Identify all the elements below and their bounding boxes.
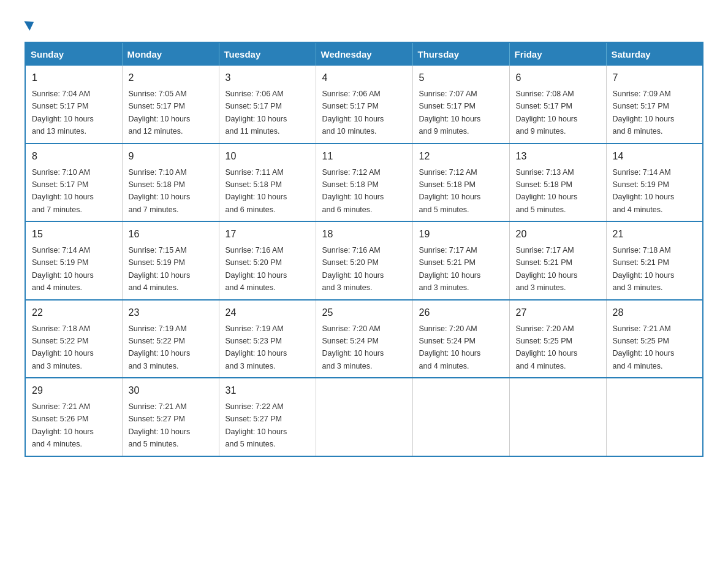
calendar-week-row: 29Sunrise: 7:21 AMSunset: 5:26 PMDayligh… [25,378,703,456]
day-info: Sunrise: 7:16 AMSunset: 5:20 PMDaylight:… [226,246,287,292]
day-number: 3 [226,71,309,85]
day-info: Sunrise: 7:20 AMSunset: 5:24 PMDaylight:… [419,324,481,370]
day-number: 7 [613,71,697,85]
day-of-week-header: Sunday [25,42,122,66]
calendar-day-cell [509,378,606,456]
calendar-day-cell: 29Sunrise: 7:21 AMSunset: 5:26 PMDayligh… [25,378,122,456]
day-info: Sunrise: 7:18 AMSunset: 5:21 PMDaylight:… [613,246,675,292]
day-number: 29 [32,383,116,398]
day-number: 17 [226,227,309,242]
calendar-week-row: 8Sunrise: 7:10 AMSunset: 5:17 PMDaylight… [25,144,703,222]
logo [25,18,34,29]
calendar-day-cell: 23Sunrise: 7:19 AMSunset: 5:22 PMDayligh… [122,300,219,378]
calendar-day-cell: 28Sunrise: 7:21 AMSunset: 5:25 PMDayligh… [606,300,703,378]
calendar-table: SundayMondayTuesdayWednesdayThursdayFrid… [25,42,703,457]
calendar-day-cell: 19Sunrise: 7:17 AMSunset: 5:21 PMDayligh… [412,221,509,300]
day-of-week-header: Wednesday [316,42,412,66]
day-number: 4 [322,71,406,85]
day-number: 15 [32,227,116,242]
day-number: 13 [516,149,600,164]
day-info: Sunrise: 7:08 AMSunset: 5:17 PMDaylight:… [516,90,578,136]
calendar-day-cell: 9Sunrise: 7:10 AMSunset: 5:18 PMDaylight… [122,144,219,222]
calendar-day-cell: 17Sunrise: 7:16 AMSunset: 5:20 PMDayligh… [219,221,316,300]
day-number: 20 [516,227,600,242]
calendar-day-cell: 1Sunrise: 7:04 AMSunset: 5:17 PMDaylight… [25,66,122,144]
day-info: Sunrise: 7:09 AMSunset: 5:17 PMDaylight:… [613,90,675,136]
calendar-day-cell: 13Sunrise: 7:13 AMSunset: 5:18 PMDayligh… [509,144,606,222]
calendar-header: SundayMondayTuesdayWednesdayThursdayFrid… [25,42,703,66]
logo-arrow-icon [24,17,36,31]
day-info: Sunrise: 7:17 AMSunset: 5:21 PMDaylight:… [516,246,578,292]
day-info: Sunrise: 7:20 AMSunset: 5:24 PMDaylight:… [322,324,384,370]
day-number: 10 [226,149,309,164]
calendar-day-cell: 11Sunrise: 7:12 AMSunset: 5:18 PMDayligh… [316,144,412,222]
day-number: 28 [613,305,697,320]
calendar-day-cell: 31Sunrise: 7:22 AMSunset: 5:27 PMDayligh… [219,378,316,456]
calendar-day-cell: 6Sunrise: 7:08 AMSunset: 5:17 PMDaylight… [509,66,606,144]
calendar-day-cell: 27Sunrise: 7:20 AMSunset: 5:25 PMDayligh… [509,300,606,378]
day-info: Sunrise: 7:14 AMSunset: 5:19 PMDaylight:… [613,168,675,214]
day-of-week-header: Monday [122,42,219,66]
day-number: 21 [613,227,697,242]
calendar-week-row: 1Sunrise: 7:04 AMSunset: 5:17 PMDaylight… [25,66,703,144]
day-number: 6 [516,71,600,85]
day-number: 23 [129,305,213,320]
day-number: 11 [322,149,406,164]
day-of-week-header: Saturday [606,42,703,66]
calendar-day-cell: 12Sunrise: 7:12 AMSunset: 5:18 PMDayligh… [412,144,509,222]
day-number: 1 [32,71,116,85]
day-info: Sunrise: 7:06 AMSunset: 5:17 PMDaylight:… [322,90,384,136]
calendar-day-cell: 26Sunrise: 7:20 AMSunset: 5:24 PMDayligh… [412,300,509,378]
day-number: 9 [129,149,213,164]
calendar-day-cell: 16Sunrise: 7:15 AMSunset: 5:19 PMDayligh… [122,221,219,300]
day-info: Sunrise: 7:15 AMSunset: 5:19 PMDaylight:… [129,246,191,292]
day-number: 31 [226,383,309,398]
day-info: Sunrise: 7:11 AMSunset: 5:18 PMDaylight:… [226,168,287,214]
calendar-body: 1Sunrise: 7:04 AMSunset: 5:17 PMDaylight… [25,66,703,456]
day-number: 18 [322,227,406,242]
day-info: Sunrise: 7:07 AMSunset: 5:17 PMDaylight:… [419,90,481,136]
calendar-day-cell: 18Sunrise: 7:16 AMSunset: 5:20 PMDayligh… [316,221,412,300]
day-number: 12 [419,149,503,164]
days-of-week-row: SundayMondayTuesdayWednesdayThursdayFrid… [25,42,703,66]
day-number: 8 [32,149,116,164]
calendar-day-cell: 25Sunrise: 7:20 AMSunset: 5:24 PMDayligh… [316,300,412,378]
day-info: Sunrise: 7:20 AMSunset: 5:25 PMDaylight:… [516,324,578,370]
day-number: 19 [419,227,503,242]
calendar-day-cell [412,378,509,456]
day-number: 22 [32,305,116,320]
calendar-week-row: 22Sunrise: 7:18 AMSunset: 5:22 PMDayligh… [25,300,703,378]
calendar-day-cell: 21Sunrise: 7:18 AMSunset: 5:21 PMDayligh… [606,221,703,300]
day-info: Sunrise: 7:05 AMSunset: 5:17 PMDaylight:… [129,90,191,136]
day-info: Sunrise: 7:17 AMSunset: 5:21 PMDaylight:… [419,246,481,292]
day-number: 24 [226,305,309,320]
day-info: Sunrise: 7:21 AMSunset: 5:26 PMDaylight:… [32,402,94,448]
day-of-week-header: Tuesday [219,42,316,66]
day-info: Sunrise: 7:16 AMSunset: 5:20 PMDaylight:… [322,246,384,292]
day-info: Sunrise: 7:21 AMSunset: 5:27 PMDaylight:… [129,402,191,448]
day-info: Sunrise: 7:18 AMSunset: 5:22 PMDaylight:… [32,324,94,370]
calendar-day-cell: 15Sunrise: 7:14 AMSunset: 5:19 PMDayligh… [25,221,122,300]
day-info: Sunrise: 7:04 AMSunset: 5:17 PMDaylight:… [32,90,94,136]
day-number: 26 [419,305,503,320]
calendar-day-cell: 4Sunrise: 7:06 AMSunset: 5:17 PMDaylight… [316,66,412,144]
day-number: 14 [613,149,697,164]
calendar-day-cell: 3Sunrise: 7:06 AMSunset: 5:17 PMDaylight… [219,66,316,144]
page-header [25,18,703,29]
calendar-day-cell: 20Sunrise: 7:17 AMSunset: 5:21 PMDayligh… [509,221,606,300]
day-number: 27 [516,305,600,320]
calendar-day-cell: 24Sunrise: 7:19 AMSunset: 5:23 PMDayligh… [219,300,316,378]
day-number: 25 [322,305,406,320]
calendar-day-cell [606,378,703,456]
calendar-day-cell: 7Sunrise: 7:09 AMSunset: 5:17 PMDaylight… [606,66,703,144]
calendar-day-cell [316,378,412,456]
day-info: Sunrise: 7:19 AMSunset: 5:22 PMDaylight:… [129,324,191,370]
calendar-day-cell: 5Sunrise: 7:07 AMSunset: 5:17 PMDaylight… [412,66,509,144]
day-info: Sunrise: 7:13 AMSunset: 5:18 PMDaylight:… [516,168,578,214]
day-info: Sunrise: 7:10 AMSunset: 5:17 PMDaylight:… [32,168,94,214]
calendar-day-cell: 22Sunrise: 7:18 AMSunset: 5:22 PMDayligh… [25,300,122,378]
day-info: Sunrise: 7:14 AMSunset: 5:19 PMDaylight:… [32,246,94,292]
day-of-week-header: Thursday [412,42,509,66]
day-info: Sunrise: 7:19 AMSunset: 5:23 PMDaylight:… [226,324,287,370]
day-info: Sunrise: 7:06 AMSunset: 5:17 PMDaylight:… [226,90,287,136]
